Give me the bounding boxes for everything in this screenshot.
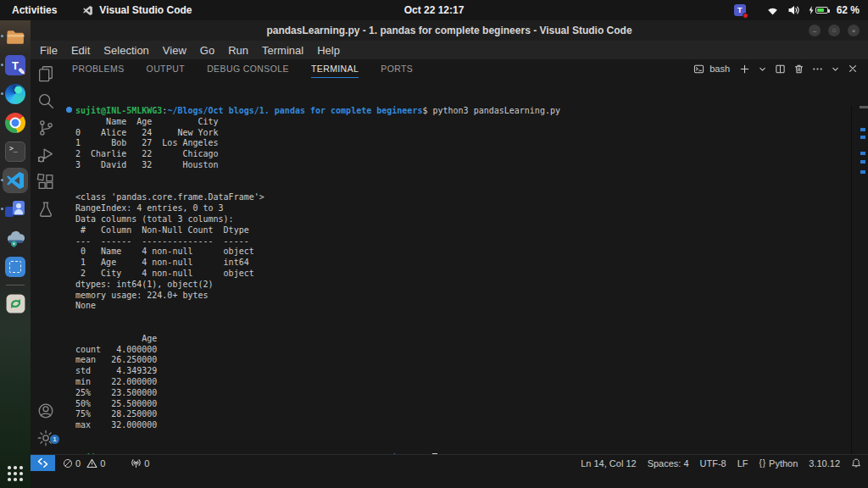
remote-icon (37, 458, 48, 469)
running-indicator (1, 92, 3, 95)
settings-badge: 1 (50, 435, 59, 444)
terminal-line (64, 431, 868, 442)
braces-icon: { } (760, 458, 765, 468)
language-mode[interactable]: { } Python (760, 458, 798, 469)
dock-item-teams[interactable] (3, 197, 27, 221)
dock-item-screenshot-tool[interactable] (3, 255, 27, 279)
focused-app-indicator[interactable]: Visual Studio Code (82, 4, 192, 16)
settings-gear-icon[interactable]: 1 (31, 429, 61, 447)
volume-icon (787, 5, 800, 15)
panel: PROBLEMS OUTPUT DEBUG CONSOLE TERMINAL P… (61, 59, 868, 454)
software-updater-icon (5, 293, 26, 314)
terminal-panel[interactable]: sujit@INL-5MLKWG3:~/Blogs/Oct blogs/1. p… (61, 78, 868, 454)
scrollbar-thumb[interactable] (860, 106, 868, 108)
running-indicator (1, 208, 3, 210)
source-control-icon[interactable] (36, 119, 55, 137)
terminal-line: std 4.349329 (64, 366, 868, 377)
terminal-output: sujit@INL-5MLKWG3:~/Blogs/Oct blogs/1. p… (64, 106, 868, 454)
eol-sequence[interactable]: LF (737, 458, 748, 469)
terminal-line: 0 Alice 24 New York (64, 128, 868, 139)
shell-label[interactable]: bash (709, 64, 730, 74)
terminal-line: max 32.000000 (64, 420, 868, 431)
wifi-icon (766, 5, 779, 15)
terminal-line: memory usage: 224.0+ bytes (64, 291, 868, 302)
overview-ruler-mark (860, 136, 865, 139)
terminal-dropdown-icon[interactable] (758, 64, 767, 74)
teams-tray-icon[interactable]: T (734, 4, 746, 16)
python-interpreter[interactable]: 3.10.12 (809, 458, 840, 469)
testing-icon[interactable] (36, 200, 55, 219)
dock-item-software-updater[interactable] (3, 291, 27, 315)
menu-terminal[interactable]: Terminal (255, 42, 310, 58)
dock-item-edge[interactable] (3, 82, 27, 106)
maximize-button[interactable]: □ (828, 25, 840, 36)
menu-go[interactable]: Go (193, 42, 221, 58)
dock-item-cloud-sync[interactable] (3, 226, 27, 250)
cursor-position[interactable]: Ln 14, Col 12 (581, 458, 636, 469)
dock-item-chrome[interactable] (3, 111, 27, 135)
close-panel-icon[interactable] (848, 64, 858, 74)
indentation[interactable]: Spaces: 4 (648, 458, 689, 469)
terminal-line: # Column Non-Null Count Dtype (64, 225, 868, 236)
close-button[interactable]: × (848, 25, 860, 36)
menu-edit[interactable]: Edit (64, 42, 97, 58)
terminal-line: count 4.000000 (64, 345, 868, 356)
more-actions-icon[interactable] (812, 64, 823, 75)
run-debug-icon[interactable] (36, 146, 55, 164)
encoding[interactable]: UTF-8 (700, 458, 726, 469)
tab-ports[interactable]: PORTS (381, 59, 413, 78)
activities-button[interactable]: Activities (12, 4, 57, 16)
gnome-top-bar: Activities Visual Studio Code Oct 22 12:… (0, 0, 868, 20)
warnings-icon (86, 458, 97, 469)
ports-indicator[interactable]: 0 (131, 458, 149, 469)
maximize-panel-icon[interactable] (831, 64, 840, 74)
menu-help[interactable]: Help (310, 42, 347, 58)
tab-problems[interactable]: PROBLEMS (72, 59, 125, 78)
show-applications-button[interactable] (8, 466, 23, 481)
dock-item-terminal-app[interactable]: >_ (3, 140, 27, 164)
terminal-line (64, 312, 868, 323)
terminal-line: dtypes: int64(1), object(2) (64, 280, 868, 291)
minimize-button[interactable]: – (809, 25, 821, 36)
account-icon[interactable] (31, 402, 61, 420)
teams-icon (4, 199, 26, 219)
radio-tower-icon (131, 458, 142, 469)
menu-file[interactable]: File (33, 42, 64, 58)
search-icon[interactable] (36, 92, 55, 110)
kill-terminal-icon[interactable] (793, 64, 804, 75)
warning-count: 0 (100, 458, 105, 469)
terminal-line: min 22.000000 (64, 377, 868, 388)
menu-view[interactable]: View (156, 42, 193, 58)
tab-debug-console[interactable]: DEBUG CONSOLE (207, 59, 289, 78)
terminal-line: RangeIndex: 4 entries, 0 to 3 (64, 203, 868, 214)
terminal-line (64, 182, 868, 193)
cloud-sync-icon (5, 228, 26, 249)
vscode-icon (82, 5, 93, 16)
terminal-line: 75% 28.250000 (64, 409, 868, 420)
dock-item-text-editor[interactable]: T✎ (3, 53, 27, 77)
menu-selection[interactable]: Selection (97, 42, 155, 58)
menu-run[interactable]: Run (221, 42, 255, 58)
screenshot-icon (5, 257, 25, 277)
split-terminal-icon[interactable] (775, 64, 786, 75)
forwarded-ports-count: 0 (144, 458, 149, 469)
clock[interactable]: Oct 22 12:17 (404, 4, 465, 16)
chrome-icon (5, 113, 25, 133)
explorer-icon[interactable] (36, 64, 55, 83)
terminal-line (64, 323, 868, 334)
tab-terminal[interactable]: TERMINAL (311, 59, 359, 78)
window-title: pandasLearning.py - 1. pandas for comple… (266, 25, 632, 36)
notifications-bell-icon[interactable] (851, 458, 861, 469)
tab-output[interactable]: OUTPUT (147, 59, 186, 78)
terminal-line: --- ------ -------------- ----- (64, 236, 868, 247)
remote-indicator[interactable] (31, 455, 55, 471)
dock-item-files[interactable] (3, 25, 27, 48)
running-indicator (1, 179, 3, 181)
overview-ruler-mark (860, 170, 865, 174)
new-terminal-icon[interactable] (739, 64, 750, 75)
terminal-line: 2 City 4 non-null object (64, 269, 868, 280)
extensions-icon[interactable] (36, 173, 55, 191)
dock-item-vscode[interactable] (3, 169, 27, 192)
problems-indicator[interactable]: 0 0 (63, 458, 105, 469)
system-tray[interactable]: T 62 % (734, 4, 860, 16)
